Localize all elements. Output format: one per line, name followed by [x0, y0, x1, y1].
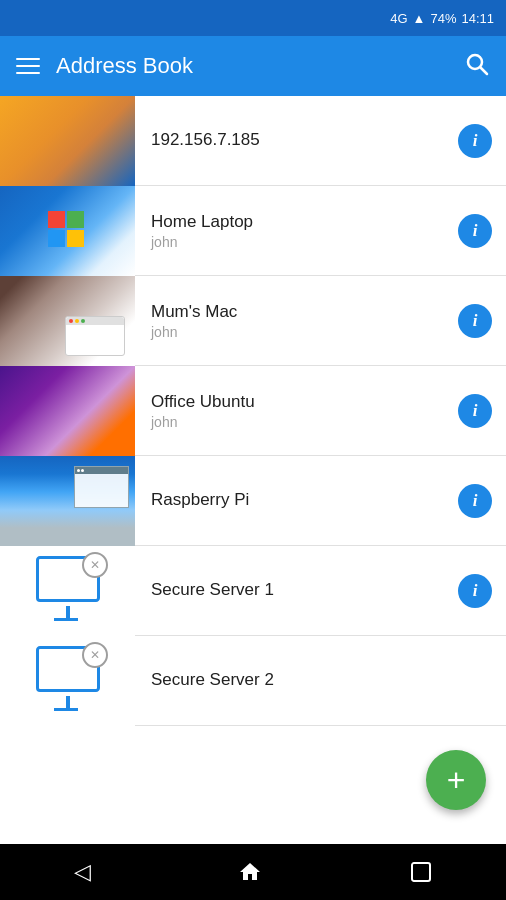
list-item[interactable]: Office Ubuntu john i	[0, 366, 506, 456]
network-indicator: 4G	[390, 11, 407, 26]
info-button-1[interactable]: i	[458, 214, 492, 248]
spacer-6	[458, 664, 492, 698]
info-button-3[interactable]: i	[458, 394, 492, 428]
item-name-4: Raspberry Pi	[151, 490, 446, 510]
add-button[interactable]: +	[426, 750, 486, 810]
item-name-5: Secure Server 1	[151, 580, 446, 600]
item-name-0: 192.156.7.185	[151, 130, 446, 150]
info-button-0[interactable]: i	[458, 124, 492, 158]
item-content-6: Secure Server 2	[135, 670, 458, 692]
item-name-2: Mum's Mac	[151, 302, 446, 322]
item-content-4: Raspberry Pi	[135, 490, 458, 512]
info-button-2[interactable]: i	[458, 304, 492, 338]
item-thumbnail-6	[0, 636, 135, 726]
item-name-3: Office Ubuntu	[151, 392, 446, 412]
battery-indicator: 74%	[430, 11, 456, 26]
app-bar: Address Book	[0, 36, 506, 96]
monitor-icon-6	[28, 646, 108, 716]
svg-line-1	[481, 68, 488, 75]
list-item[interactable]: Raspberry Pi i	[0, 456, 506, 546]
status-bar: 4G ▲ 74% 14:11	[0, 0, 506, 36]
status-icons: 4G ▲ 74% 14:11	[390, 11, 494, 26]
item-sub-1: john	[151, 234, 446, 250]
item-thumbnail-1	[0, 186, 135, 276]
item-thumbnail-2	[0, 276, 135, 366]
monitor-icon-5	[28, 556, 108, 626]
signal-icon: ▲	[413, 11, 426, 26]
list-item[interactable]: 192.156.7.185 i	[0, 96, 506, 186]
app-title: Address Book	[56, 53, 448, 79]
item-thumbnail-4	[0, 456, 135, 546]
back-button[interactable]: ◁	[74, 859, 91, 885]
rpi-window	[74, 466, 129, 508]
item-thumbnail-3	[0, 366, 135, 456]
recents-button[interactable]	[410, 861, 432, 883]
item-content-0: 192.156.7.185	[135, 130, 458, 152]
item-content-1: Home Laptop john	[135, 212, 458, 250]
item-content-3: Office Ubuntu john	[135, 392, 458, 430]
item-thumbnail-0	[0, 96, 135, 186]
search-button[interactable]	[464, 51, 490, 81]
info-button-5[interactable]: i	[458, 574, 492, 608]
navigation-bar: ◁	[0, 844, 506, 900]
windows-logo	[48, 211, 88, 251]
item-content-2: Mum's Mac john	[135, 302, 458, 340]
item-sub-3: john	[151, 414, 446, 430]
list-item[interactable]: Mum's Mac john i	[0, 276, 506, 366]
item-name-1: Home Laptop	[151, 212, 446, 232]
item-thumbnail-5	[0, 546, 135, 636]
list-item[interactable]: Home Laptop john i	[0, 186, 506, 276]
home-button[interactable]	[238, 860, 262, 884]
svg-rect-2	[412, 863, 430, 881]
mac-window	[65, 316, 125, 356]
item-name-6: Secure Server 2	[151, 670, 446, 690]
add-icon: +	[447, 764, 466, 796]
menu-button[interactable]	[16, 58, 40, 74]
address-book-list: 192.156.7.185 i Home Laptop john i	[0, 96, 506, 726]
list-item[interactable]: Secure Server 2	[0, 636, 506, 726]
item-content-5: Secure Server 1	[135, 580, 458, 602]
time-display: 14:11	[461, 11, 494, 26]
item-sub-2: john	[151, 324, 446, 340]
list-item[interactable]: Secure Server 1 i	[0, 546, 506, 636]
info-button-4[interactable]: i	[458, 484, 492, 518]
